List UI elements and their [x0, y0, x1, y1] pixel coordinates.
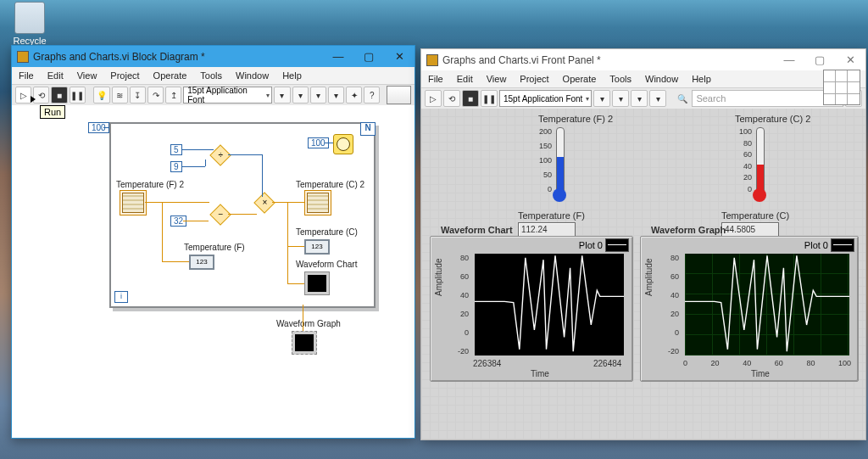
- window-title: Graphs and Charts.vi Front Panel *: [442, 54, 774, 66]
- loop-i-terminal[interactable]: i: [114, 291, 128, 303]
- menu-help[interactable]: Help: [275, 69, 309, 82]
- menu-view[interactable]: View: [70, 69, 104, 82]
- legend-swatch-icon: [605, 238, 629, 252]
- distribute-button[interactable]: ▾: [612, 90, 629, 107]
- resize-button[interactable]: ▾: [631, 90, 648, 107]
- menu-project[interactable]: Project: [513, 72, 555, 86]
- step-over-button[interactable]: ↷: [147, 87, 164, 104]
- tick: 80: [733, 139, 752, 148]
- waveform-chart[interactable]: Waveform Chart Plot 0 Amplitude 80 60 40…: [430, 236, 633, 382]
- plot-area[interactable]: [685, 254, 849, 355]
- menu-edit[interactable]: Edit: [41, 69, 70, 82]
- multiply-node[interactable]: ×: [253, 192, 275, 213]
- window-block-diagram[interactable]: Graphs and Charts.vi Block Diagram * — ▢…: [11, 45, 415, 439]
- menu-tools[interactable]: Tools: [603, 72, 638, 86]
- waveform-graph-terminal[interactable]: [292, 331, 317, 355]
- tick: 200: [533, 127, 552, 136]
- loop-n-terminal[interactable]: N: [360, 122, 376, 136]
- menu-file[interactable]: File: [421, 72, 450, 86]
- indicator-temp-f[interactable]: 123: [189, 255, 214, 270]
- indicator-temp-c[interactable]: 123: [304, 239, 330, 255]
- menu-help[interactable]: Help: [685, 72, 718, 86]
- run-continuous-button[interactable]: ⟲: [443, 90, 460, 107]
- thermometer-f2[interactable]: 200 150 100 50 0: [533, 127, 569, 195]
- constant-9[interactable]: 9: [170, 161, 182, 172]
- search-input[interactable]: Search: [692, 90, 843, 107]
- font-select[interactable]: 15pt Application Font: [183, 87, 272, 104]
- align-button[interactable]: ▾: [274, 87, 290, 104]
- window-front-panel[interactable]: Graphs and Charts.vi Front Panel * — ▢ ✕…: [420, 48, 866, 440]
- search-placeholder: Search: [696, 93, 726, 104]
- plot-legend[interactable]: Plot 0: [579, 238, 629, 252]
- toolbar: ▷ ⟲ ■ ❚❚ 15pt Application Font ▾ ▾ ▾ ▾ 🔍…: [421, 88, 865, 109]
- menu-window[interactable]: Window: [229, 69, 275, 82]
- reorder-button[interactable]: ▾: [328, 87, 344, 104]
- font-select[interactable]: 15pt Application Font: [499, 90, 592, 107]
- resize-button[interactable]: ▾: [310, 87, 326, 104]
- abort-button[interactable]: ■: [51, 87, 67, 104]
- distribute-button[interactable]: ▾: [292, 87, 309, 104]
- retain-wire-button[interactable]: ≋: [112, 87, 128, 104]
- pause-button[interactable]: ❚❚: [70, 87, 86, 104]
- wire: [162, 261, 189, 262]
- tick: 0: [533, 185, 552, 193]
- titlebar[interactable]: Graphs and Charts.vi Block Diagram * — ▢…: [12, 46, 415, 67]
- menu-project[interactable]: Project: [103, 69, 146, 82]
- y-axis-label: Amplitude: [644, 259, 654, 296]
- block-diagram-canvas[interactable]: 100 N i 5 9 32 100 Temperature (F) 2 Tem…: [12, 105, 415, 438]
- close-button[interactable]: ✕: [384, 48, 415, 66]
- run-continuous-button[interactable]: ⟲: [33, 87, 49, 104]
- menu-window[interactable]: Window: [638, 72, 685, 86]
- menu-operate[interactable]: Operate: [147, 69, 194, 82]
- tick: 40: [733, 162, 752, 171]
- wire: [183, 221, 209, 221]
- waveform-graph[interactable]: Waveform Graph Plot 0 Amplitude 80 60 40…: [640, 236, 859, 382]
- x-tick: 226484: [593, 359, 621, 368]
- menu-operate[interactable]: Operate: [556, 72, 604, 86]
- run-button[interactable]: ▷: [425, 90, 442, 107]
- waveform-chart-terminal[interactable]: [304, 271, 330, 295]
- abort-button[interactable]: ■: [462, 90, 479, 107]
- wait-ms-node[interactable]: [333, 134, 353, 154]
- minimize-button[interactable]: —: [774, 51, 804, 70]
- tick: 100: [838, 359, 851, 367]
- front-panel-canvas[interactable]: Temperature (F) 2 200 150 100 50 0 Tempe…: [421, 109, 865, 439]
- label-temp-f2: Temperature (F) 2: [538, 114, 613, 124]
- pause-button[interactable]: ❚❚: [481, 90, 498, 107]
- cleanup-button[interactable]: ✦: [346, 87, 362, 104]
- recycle-bin-icon: [14, 2, 45, 34]
- divide-node[interactable]: ÷: [209, 144, 231, 165]
- for-loop[interactable]: N i 5 9 32 100 Temperature (F) 2 Tempera…: [109, 122, 376, 308]
- maximize-button[interactable]: ▢: [353, 48, 384, 66]
- menu-view[interactable]: View: [480, 72, 514, 86]
- close-button[interactable]: ✕: [835, 51, 865, 70]
- plot-legend[interactable]: Plot 0: [804, 238, 854, 252]
- menu-file[interactable]: File: [12, 69, 41, 82]
- minimize-button[interactable]: —: [323, 48, 353, 66]
- font-label: 15pt Application Font: [187, 86, 263, 104]
- tick: 20: [733, 173, 752, 182]
- menu-edit[interactable]: Edit: [450, 72, 480, 86]
- run-button[interactable]: ▷: [15, 87, 31, 104]
- thermometer-c2-terminal[interactable]: [304, 190, 331, 216]
- constant-5[interactable]: 5: [170, 144, 182, 155]
- plot-area[interactable]: [475, 254, 624, 355]
- reorder-button[interactable]: ▾: [649, 90, 666, 107]
- step-into-button[interactable]: ↧: [130, 87, 146, 104]
- thermometer-c2[interactable]: 100 80 60 40 20 0: [733, 127, 769, 195]
- run-tooltip: Run: [40, 105, 65, 119]
- label-waveform-chart: Waveform Chart: [296, 260, 357, 269]
- vi-icon-editor[interactable]: [387, 86, 411, 104]
- step-out-button[interactable]: ↥: [165, 87, 181, 104]
- menu-tools[interactable]: Tools: [193, 69, 229, 82]
- highlight-exec-button[interactable]: 💡: [93, 87, 109, 104]
- context-help-button[interactable]: ?: [364, 87, 380, 104]
- maximize-button[interactable]: ▢: [804, 51, 835, 70]
- labview-vi-icon: [17, 51, 29, 63]
- tick: 100: [733, 127, 752, 136]
- thermometer-f2-terminal[interactable]: [120, 190, 147, 216]
- subtract-node[interactable]: −: [209, 204, 231, 225]
- titlebar[interactable]: Graphs and Charts.vi Front Panel * — ▢ ✕: [421, 49, 865, 70]
- connector-pane[interactable]: [823, 70, 860, 105]
- align-button[interactable]: ▾: [593, 90, 610, 107]
